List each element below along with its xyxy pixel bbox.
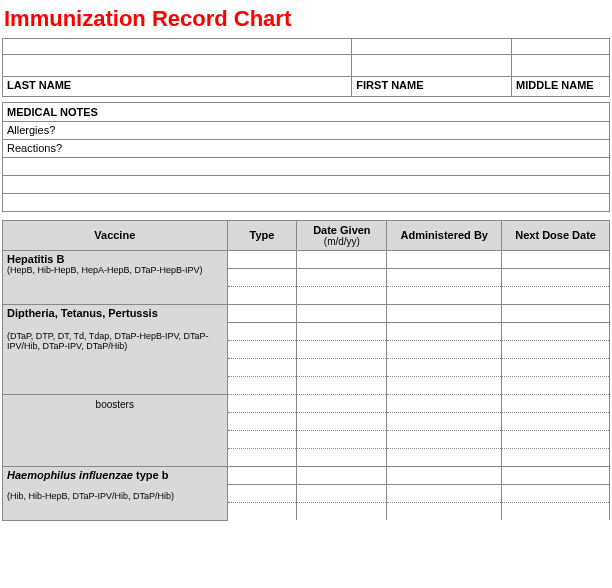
cell[interactable] — [297, 502, 387, 520]
cell[interactable] — [227, 340, 297, 358]
cell[interactable] — [297, 376, 387, 394]
cell[interactable] — [227, 484, 297, 502]
cell[interactable] — [297, 286, 387, 304]
input-cell[interactable] — [512, 55, 610, 77]
boosters-label: boosters — [3, 394, 228, 466]
cell[interactable] — [387, 484, 502, 502]
notes-row[interactable]: Allergies? — [3, 121, 610, 139]
cell[interactable] — [227, 394, 297, 412]
vaccine-table: Vaccine Type Date Given(m/d/yy) Administ… — [2, 220, 610, 521]
cell[interactable] — [227, 502, 297, 520]
cell[interactable] — [387, 250, 502, 268]
vaccine-name-hepb: Hepatitis B (HepB, Hib-HepB, HepA-HepB, … — [3, 250, 228, 304]
cell[interactable] — [227, 304, 297, 322]
cell[interactable] — [502, 394, 610, 412]
notes-row[interactable] — [3, 193, 610, 211]
cell[interactable] — [387, 466, 502, 484]
cell[interactable] — [387, 502, 502, 520]
col-type: Type — [227, 220, 297, 250]
table-row: Haemophilus influenzae type b (Hib, Hib-… — [3, 466, 610, 484]
vaccine-header-row: Vaccine Type Date Given(m/d/yy) Administ… — [3, 220, 610, 250]
notes-row[interactable] — [3, 175, 610, 193]
cell[interactable] — [297, 412, 387, 430]
cell[interactable] — [227, 376, 297, 394]
cell[interactable] — [227, 448, 297, 466]
name-table: LAST NAME FIRST NAME MIDDLE NAME — [2, 38, 610, 97]
cell[interactable] — [502, 322, 610, 340]
table-row: Hepatitis B (HepB, Hib-HepB, HepA-HepB, … — [3, 250, 610, 268]
cell[interactable] — [297, 322, 387, 340]
cell[interactable] — [227, 322, 297, 340]
cell[interactable] — [502, 340, 610, 358]
cell[interactable] — [387, 322, 502, 340]
cell[interactable] — [227, 268, 297, 286]
cell[interactable] — [502, 304, 610, 322]
cell[interactable] — [297, 484, 387, 502]
cell[interactable] — [297, 448, 387, 466]
vaccine-name-dtp: Diptheria, Tetanus, Pertussis (DTaP, DTP… — [3, 304, 228, 394]
cell[interactable] — [502, 358, 610, 376]
first-name-header: FIRST NAME — [352, 77, 512, 97]
table-row: boosters — [3, 394, 610, 412]
input-cell[interactable] — [352, 55, 512, 77]
cell[interactable] — [387, 376, 502, 394]
col-date: Date Given(m/d/yy) — [297, 220, 387, 250]
cell[interactable] — [227, 466, 297, 484]
blank-cell — [3, 39, 352, 55]
cell[interactable] — [227, 286, 297, 304]
cell[interactable] — [387, 286, 502, 304]
notes-row[interactable] — [3, 157, 610, 175]
medical-notes-header: MEDICAL NOTES — [3, 102, 610, 121]
cell[interactable] — [297, 304, 387, 322]
notes-row[interactable]: Reactions? — [3, 139, 610, 157]
cell[interactable] — [227, 250, 297, 268]
page-title: Immunization Record Chart — [2, 2, 610, 38]
cell[interactable] — [227, 358, 297, 376]
col-admin: Administered By — [387, 220, 502, 250]
last-name-header: LAST NAME — [3, 77, 352, 97]
col-vaccine: Vaccine — [3, 220, 228, 250]
cell[interactable] — [297, 268, 387, 286]
cell[interactable] — [502, 376, 610, 394]
cell[interactable] — [502, 268, 610, 286]
cell[interactable] — [297, 430, 387, 448]
middle-name-header: MIDDLE NAME — [512, 77, 610, 97]
cell[interactable] — [297, 394, 387, 412]
blank-cell — [352, 39, 512, 55]
col-next: Next Dose Date — [502, 220, 610, 250]
cell[interactable] — [387, 304, 502, 322]
cell[interactable] — [387, 358, 502, 376]
cell[interactable] — [387, 448, 502, 466]
cell[interactable] — [387, 268, 502, 286]
cell[interactable] — [387, 430, 502, 448]
cell[interactable] — [502, 412, 610, 430]
medical-notes-table: MEDICAL NOTES Allergies? Reactions? — [2, 96, 610, 212]
vaccine-name-hib: Haemophilus influenzae type b (Hib, Hib-… — [3, 466, 228, 520]
cell[interactable] — [387, 412, 502, 430]
cell[interactable] — [297, 250, 387, 268]
cell[interactable] — [297, 466, 387, 484]
cell[interactable] — [297, 358, 387, 376]
cell[interactable] — [502, 502, 610, 520]
cell[interactable] — [227, 430, 297, 448]
cell[interactable] — [297, 340, 387, 358]
cell[interactable] — [502, 430, 610, 448]
input-cell[interactable] — [3, 55, 352, 77]
cell[interactable] — [502, 286, 610, 304]
cell[interactable] — [387, 340, 502, 358]
blank-cell — [512, 39, 610, 55]
cell[interactable] — [502, 448, 610, 466]
table-row: Diptheria, Tetanus, Pertussis (DTaP, DTP… — [3, 304, 610, 322]
cell[interactable] — [387, 394, 502, 412]
cell[interactable] — [227, 412, 297, 430]
cell[interactable] — [502, 250, 610, 268]
cell[interactable] — [502, 466, 610, 484]
cell[interactable] — [502, 484, 610, 502]
